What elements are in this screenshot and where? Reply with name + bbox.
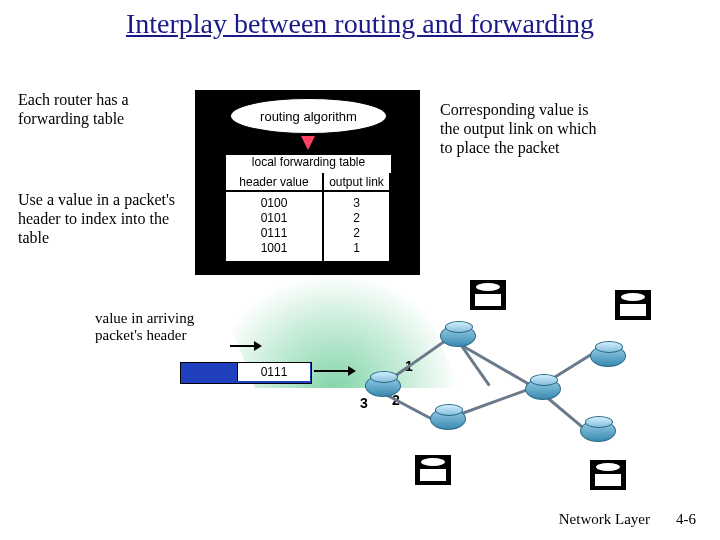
router-detail-box: routing algorithm local forwarding table…	[195, 90, 420, 275]
mini-router-table-icon	[470, 280, 506, 310]
router-icon	[430, 408, 466, 430]
note-each-router: Each router has a forwarding table	[18, 90, 178, 128]
mini-router-table-icon	[415, 455, 451, 485]
footer-chapter: Network Layer	[559, 511, 650, 528]
note-arriving-value: value in arriving packet's header	[95, 310, 235, 345]
col-header-value: header value	[225, 173, 323, 191]
router-icon	[365, 375, 401, 397]
forwarding-table-body: 0100 0101 0111 1001 3 2 2 1	[225, 192, 390, 262]
footer-page: 4-6	[676, 511, 696, 528]
network-graph	[340, 280, 670, 510]
arrow-down-icon	[301, 136, 315, 150]
mini-router-table-icon	[590, 460, 626, 490]
router-icon	[525, 378, 561, 400]
forwarding-table-caption: local forwarding table	[225, 154, 392, 174]
arrow-right-icon	[230, 345, 260, 347]
forwarding-table-header: header value output link	[225, 173, 390, 191]
router-icon	[440, 325, 476, 347]
mini-router-table-icon	[615, 290, 651, 320]
router-icon	[580, 420, 616, 442]
routing-algorithm-oval: routing algorithm	[230, 98, 387, 134]
slide-title: Interplay between routing and forwarding	[0, 8, 720, 40]
col-output-link: output link	[323, 173, 390, 191]
col-output-values: 3 2 2 1	[323, 192, 390, 262]
packet: 0111	[180, 362, 312, 384]
link	[454, 340, 533, 388]
router-icon	[590, 345, 626, 367]
col-header-values: 0100 0101 0111 1001	[225, 192, 323, 262]
note-corresponding: Corresponding value is the output link o…	[440, 100, 610, 158]
note-use-value: Use a value in a packet's header to inde…	[18, 190, 178, 248]
packet-header-field: 0111	[237, 363, 310, 381]
